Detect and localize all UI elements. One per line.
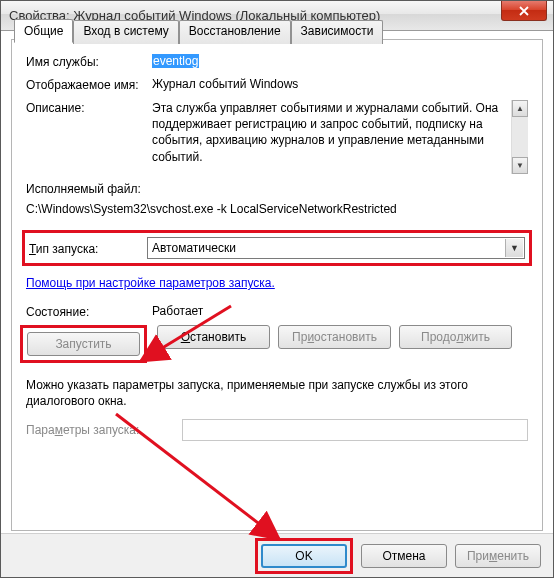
properties-dialog: Свойства: Журнал событий Windows (Локаль…	[0, 0, 554, 578]
label-description: Описание:	[26, 100, 152, 115]
value-display-name: Журнал событий Windows	[152, 77, 528, 91]
ok-button[interactable]: OK	[261, 544, 347, 568]
scroll-up-icon[interactable]: ▲	[512, 100, 528, 117]
dialog-footer: OK Отмена Применить	[1, 533, 553, 577]
resume-button: Продолжить	[399, 325, 512, 349]
value-startup-type: Автоматически	[152, 241, 236, 255]
value-description: Эта служба управляет событиями и журнала…	[152, 100, 511, 174]
scroll-down-icon[interactable]: ▼	[512, 157, 528, 174]
close-icon	[519, 6, 529, 16]
apply-button: Применить	[455, 544, 541, 568]
tab-logon[interactable]: Вход в систему	[73, 20, 178, 44]
general-panel: Имя службы: eventlog Отображаемое имя: Ж…	[12, 40, 542, 457]
value-exe-path: C:\Windows\System32\svchost.exe -k Local…	[26, 202, 528, 216]
close-button[interactable]	[501, 1, 547, 21]
description-scrollbar[interactable]: ▲ ▼	[511, 100, 528, 174]
startup-type-select[interactable]: Автоматически ▼	[147, 237, 525, 259]
tab-general[interactable]: Общие	[14, 19, 73, 43]
tab-strip: Общие Вход в систему Восстановление Зави…	[14, 19, 383, 43]
value-service-name: eventlog	[152, 54, 199, 68]
stop-button[interactable]: Остановить	[157, 325, 270, 349]
control-buttons: Запустить Остановить Приостановить Продо…	[26, 325, 528, 363]
params-hint: Можно указать параметры запуска, применя…	[26, 377, 528, 409]
label-service-name: Имя службы:	[26, 54, 152, 69]
label-exe-path: Исполняемый файл:	[26, 182, 528, 196]
content-frame: Общие Вход в систему Восстановление Зави…	[11, 39, 543, 531]
tab-recovery[interactable]: Восстановление	[179, 20, 291, 44]
label-status: Состояние:	[26, 304, 152, 319]
startup-type-row: Тип запуска: Автоматически ▼	[22, 230, 532, 266]
params-input	[182, 419, 528, 441]
tab-dependencies[interactable]: Зависимости	[291, 20, 384, 44]
start-button-highlight: Запустить	[20, 325, 147, 363]
help-link[interactable]: Помощь при настройке параметров запуска.	[26, 276, 275, 290]
description-box: Эта служба управляет событиями и журнала…	[152, 100, 528, 174]
label-params: Параметры запуска:	[26, 423, 176, 437]
cancel-button[interactable]: Отмена	[361, 544, 447, 568]
scroll-track[interactable]	[512, 117, 528, 157]
ok-button-highlight: OK	[255, 538, 353, 574]
label-display-name: Отображаемое имя:	[26, 77, 152, 92]
pause-button: Приостановить	[278, 325, 391, 349]
chevron-down-icon: ▼	[505, 239, 523, 257]
start-button: Запустить	[27, 332, 140, 356]
label-startup-type: Тип запуска:	[29, 241, 147, 256]
value-status: Работает	[152, 304, 528, 318]
